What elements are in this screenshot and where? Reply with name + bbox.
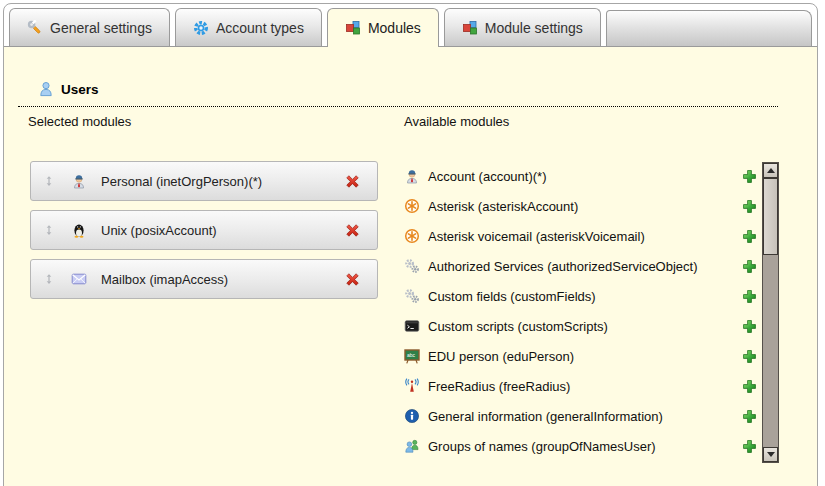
add-module-button[interactable]	[741, 288, 758, 305]
available-module-row: Custom fields (customFields)	[404, 281, 760, 311]
asterisk-icon	[404, 198, 420, 214]
scroll-down-button[interactable]	[763, 447, 778, 462]
module-label: Personal (inetOrgPerson)(*)	[101, 174, 262, 189]
info-icon	[404, 408, 420, 424]
account-icon	[404, 168, 420, 184]
wrench-icon	[27, 20, 43, 36]
settings-panel: General settings Account types Modules M…	[3, 3, 818, 486]
add-module-button[interactable]	[741, 228, 758, 245]
mailbox-icon	[71, 271, 87, 287]
svg-text:abc: abc	[407, 352, 416, 358]
terminal-icon	[404, 318, 420, 334]
section-title: Users	[61, 82, 99, 97]
gears-icon	[404, 258, 420, 274]
modules-tab-content: Users Selected modules Available modules…	[4, 47, 817, 486]
module-label: FreeRadius (freeRadius)	[428, 379, 570, 394]
module-label: General information (generalInformation)	[428, 409, 663, 424]
available-modules-label: Available modules	[404, 114, 509, 129]
selected-modules-label: Selected modules	[28, 114, 131, 129]
selected-module-row[interactable]: Unix (posixAccount)	[30, 210, 378, 250]
module-label: Mailbox (imapAccess)	[101, 272, 228, 287]
module-label: Asterisk voicemail (asteriskVoicemail)	[428, 229, 645, 244]
remove-module-button[interactable]	[344, 222, 361, 239]
asterisk-icon	[404, 228, 420, 244]
available-module-row: Custom scripts (customScripts)	[404, 311, 760, 341]
available-module-row: Account (account)(*)	[404, 161, 760, 191]
antenna-icon	[404, 378, 420, 394]
chalkboard-icon: abc	[404, 348, 420, 364]
add-module-button[interactable]	[741, 258, 758, 275]
gear-icon	[193, 20, 209, 36]
tab-label: Account types	[216, 20, 304, 36]
tab-module-settings[interactable]: Module settings	[444, 8, 601, 46]
available-module-row: Groups of names (groupOfNamesUser)	[404, 431, 760, 461]
selected-modules-list: Personal (inetOrgPerson)(*) Unix (posixA…	[30, 161, 378, 299]
remove-module-button[interactable]	[344, 173, 361, 190]
add-module-button[interactable]	[741, 378, 758, 395]
available-module-row: General information (generalInformation)	[404, 401, 760, 431]
tab-general-settings[interactable]: General settings	[9, 8, 170, 46]
tab-bar-filler	[606, 10, 812, 46]
tab-modules[interactable]: Modules	[327, 8, 439, 47]
add-module-button[interactable]	[741, 198, 758, 215]
drag-handle-icon[interactable]	[43, 224, 55, 236]
add-module-button[interactable]	[741, 408, 758, 425]
remove-module-button[interactable]	[344, 271, 361, 288]
scroll-up-button[interactable]	[763, 163, 778, 178]
available-module-row: FreeRadius (freeRadius)	[404, 371, 760, 401]
arrow-up-icon	[767, 168, 775, 173]
personal-icon	[71, 173, 87, 189]
modules-icon	[345, 20, 361, 36]
group-icon	[404, 438, 420, 454]
add-module-button[interactable]	[741, 438, 758, 455]
available-modules-list: Account (account)(*) Asterisk (asteriskA…	[404, 161, 760, 461]
lam-configuration-page: General settings Account types Modules M…	[0, 0, 825, 486]
selected-module-row[interactable]: Mailbox (imapAccess)	[30, 259, 378, 299]
gears-icon	[404, 288, 420, 304]
tab-bar: General settings Account types Modules M…	[4, 4, 817, 47]
drag-handle-icon[interactable]	[43, 175, 55, 187]
available-module-row: abc EDU person (eduPerson)	[404, 341, 760, 371]
available-module-row: Asterisk voicemail (asteriskVoicemail)	[404, 221, 760, 251]
add-module-button[interactable]	[741, 168, 758, 185]
available-module-row: Asterisk (asteriskAccount)	[404, 191, 760, 221]
module-label: Account (account)(*)	[428, 169, 547, 184]
user-icon	[38, 81, 54, 97]
module-label: Custom scripts (customScripts)	[428, 319, 608, 334]
add-module-button[interactable]	[741, 348, 758, 365]
tab-account-types[interactable]: Account types	[175, 8, 322, 46]
module-label: Custom fields (customFields)	[428, 289, 596, 304]
module-label: Asterisk (asteriskAccount)	[428, 199, 578, 214]
available-module-row: Authorized Services (authorizedServiceOb…	[404, 251, 760, 281]
selected-module-row[interactable]: Personal (inetOrgPerson)(*)	[30, 161, 378, 201]
available-modules-scrollbar[interactable]	[762, 162, 779, 463]
tab-label: General settings	[50, 20, 152, 36]
account-type-section-header: Users	[18, 81, 778, 107]
drag-handle-icon[interactable]	[43, 273, 55, 285]
add-module-button[interactable]	[741, 318, 758, 335]
module-label: Unix (posixAccount)	[101, 223, 217, 238]
module-label: EDU person (eduPerson)	[428, 349, 574, 364]
module-label: Groups of names (groupOfNamesUser)	[428, 439, 656, 454]
tux-icon	[71, 222, 87, 238]
modules-icon	[462, 20, 478, 36]
scrollbar-thumb[interactable]	[763, 178, 778, 255]
arrow-down-icon	[767, 452, 775, 457]
tab-label: Module settings	[485, 20, 583, 36]
module-label: Authorized Services (authorizedServiceOb…	[428, 259, 698, 274]
tab-label: Modules	[368, 20, 421, 36]
